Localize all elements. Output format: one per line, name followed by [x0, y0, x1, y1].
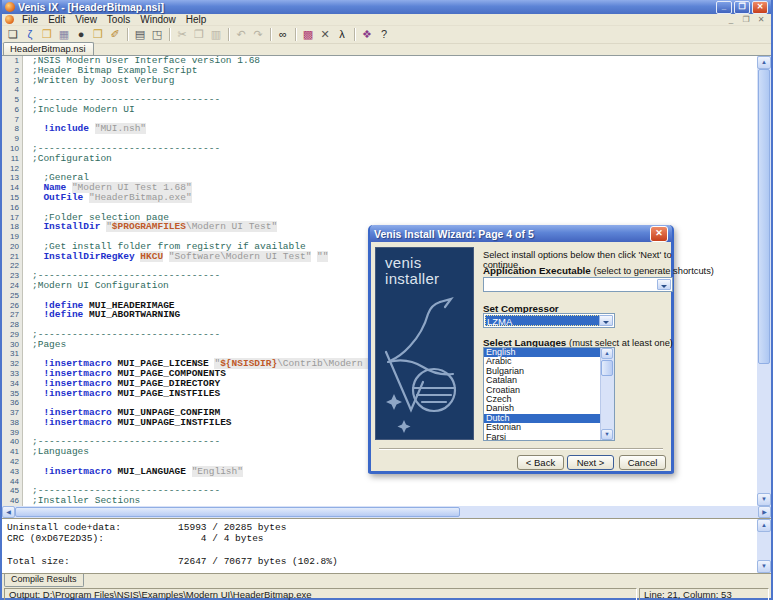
compressor-combobox[interactable]: LZMA	[483, 313, 615, 328]
code-line[interactable]: OutFile "HeaderBitmap.exe"	[32, 193, 757, 203]
scroll-up-icon[interactable]: ▲	[757, 519, 771, 532]
stop-icon[interactable]: ✕	[317, 27, 333, 42]
compile-icon[interactable]: ▩	[300, 27, 316, 42]
restore-icon[interactable]: ❐	[734, 1, 750, 14]
line-number: 24	[2, 281, 22, 291]
code-line[interactable]: ;Include Modern UI	[32, 105, 757, 115]
line-number: 22	[2, 261, 22, 271]
print-preview-icon[interactable]: ◳	[149, 27, 165, 42]
menu-tools[interactable]: Tools	[102, 14, 135, 25]
scroll-left-icon[interactable]: ◀	[2, 506, 15, 518]
code-line[interactable]: ;Installer Sections	[32, 496, 757, 506]
folder-edit-icon[interactable]: ✐	[107, 27, 123, 42]
line-number: 6	[2, 105, 22, 115]
code-line[interactable]: ;Configuration	[32, 154, 757, 164]
line-number: 14	[2, 183, 22, 193]
dialog-close-icon[interactable]: ✕	[650, 226, 668, 242]
menu-help[interactable]: Help	[181, 14, 212, 25]
folder-icon[interactable]: ❒	[90, 27, 106, 42]
code-line[interactable]: ;--------------------------------	[32, 486, 757, 496]
line-number: 11	[2, 154, 22, 164]
venis-install-wizard-dialog: Venis Install Wizard: Page 4 of 5 ✕ veni…	[368, 225, 674, 474]
mdi-minimize-icon[interactable]: _	[725, 15, 737, 24]
toolbar-separator	[295, 28, 296, 41]
scroll-right-icon[interactable]: ▶	[758, 506, 771, 518]
scroll-down-icon[interactable]: ▼	[757, 493, 771, 506]
menu-window[interactable]: Window	[135, 14, 181, 25]
redo-icon: ↷	[250, 27, 266, 42]
back-button[interactable]: < Back	[517, 455, 564, 470]
minimize-icon[interactable]: _	[716, 1, 732, 14]
scroll-down-icon[interactable]: ▼	[601, 429, 613, 440]
code-line[interactable]: ;--------------------------------	[32, 144, 757, 154]
chevron-down-icon[interactable]	[657, 279, 671, 290]
build-icon[interactable]: ●	[73, 27, 89, 42]
line-number: 13	[2, 173, 22, 183]
line-number-gutter: 1234567891011121314151617181920212223242…	[2, 56, 23, 506]
scroll-down-icon[interactable]: ▼	[757, 560, 771, 573]
line-number: 41	[2, 447, 22, 457]
cancel-button[interactable]: Cancel	[619, 455, 666, 470]
brand-wordmark: venis installer	[376, 248, 473, 287]
line-number: 33	[2, 369, 22, 379]
scrollbar-thumb[interactable]	[601, 360, 613, 376]
application-executable-combobox[interactable]	[483, 277, 673, 292]
line-number: 40	[2, 437, 22, 447]
tab-headerbitmap[interactable]: HeaderBitmap.nsi	[3, 42, 94, 55]
line-number: 29	[2, 330, 22, 340]
toolbar-separator	[228, 28, 229, 41]
help-book-icon[interactable]: ❖	[359, 27, 375, 42]
line-number: 37	[2, 408, 22, 418]
scrollbar-thumb[interactable]	[15, 507, 460, 517]
code-line[interactable]: !include "MUI.nsh"	[32, 124, 757, 134]
wizard-icon[interactable]: ζ	[22, 27, 38, 42]
code-line[interactable]: ;--------------------------------	[32, 95, 757, 105]
help-icon[interactable]: ?	[376, 27, 392, 42]
line-number: 12	[2, 164, 22, 174]
branding-panel: venis installer	[375, 247, 474, 440]
menu-bar: FileEditViewToolsWindowHelp _ ❐ ✕	[2, 14, 771, 26]
line-number: 46	[2, 496, 22, 506]
undo-icon: ↶	[233, 27, 249, 42]
new-file-icon[interactable]: ❏	[5, 27, 21, 42]
save-icon[interactable]: ▦	[56, 27, 72, 42]
dialog-title: Venis Install Wizard: Page 4 of 5	[374, 228, 650, 240]
code-line[interactable]: ;Written by Joost Verburg	[32, 76, 757, 86]
scroll-up-icon[interactable]: ▲	[601, 348, 613, 359]
toolbar-separator	[169, 28, 170, 41]
open-folder-icon[interactable]: ❒	[39, 27, 55, 42]
scrollbar-thumb[interactable]	[758, 69, 770, 364]
print-icon[interactable]: ▤	[132, 27, 148, 42]
line-number: 9	[2, 134, 22, 144]
listbox-scrollbar[interactable]: ▲ ▼	[600, 348, 614, 440]
languages-listbox[interactable]: EnglishArabicBulgarianCatalanCroatianCze…	[483, 347, 615, 441]
line-number: 2	[2, 66, 22, 76]
application-window: Venis IX - [HeaderBitmap.nsi] _ ❐ ✕ File…	[0, 0, 773, 600]
line-number: 27	[2, 310, 22, 320]
menu-file[interactable]: File	[17, 14, 43, 25]
toolbar-separator	[354, 28, 355, 41]
next-button[interactable]: Next >	[567, 455, 614, 470]
line-number: 5	[2, 95, 22, 105]
tab-compile-results[interactable]: Compile Results	[4, 574, 84, 587]
close-icon[interactable]: ✕	[752, 1, 768, 14]
line-number: 4	[2, 85, 22, 95]
mdi-restore-icon[interactable]: ❐	[740, 15, 752, 24]
run-icon[interactable]: λ	[334, 27, 350, 42]
language-item-farsi[interactable]: Farsi	[484, 433, 601, 441]
find-icon[interactable]: ∞	[275, 27, 291, 42]
chevron-down-icon[interactable]	[599, 315, 613, 326]
code-line[interactable]	[32, 164, 757, 174]
editor-vertical-scrollbar[interactable]: ▲ ▼	[757, 56, 771, 506]
scroll-up-icon[interactable]: ▲	[757, 56, 771, 69]
line-number: 32	[2, 359, 22, 369]
line-number: 10	[2, 144, 22, 154]
menu-edit[interactable]: Edit	[43, 14, 70, 25]
menu-view[interactable]: View	[70, 14, 102, 25]
output-vertical-scrollbar[interactable]: ▲ ▼	[757, 519, 771, 573]
editor-horizontal-scrollbar[interactable]: ◀ ▶	[2, 506, 771, 518]
line-number: 23	[2, 271, 22, 281]
document-tab-row: HeaderBitmap.nsi	[2, 44, 771, 56]
mdi-close-icon[interactable]: ✕	[755, 15, 767, 24]
line-number: 35	[2, 389, 22, 399]
